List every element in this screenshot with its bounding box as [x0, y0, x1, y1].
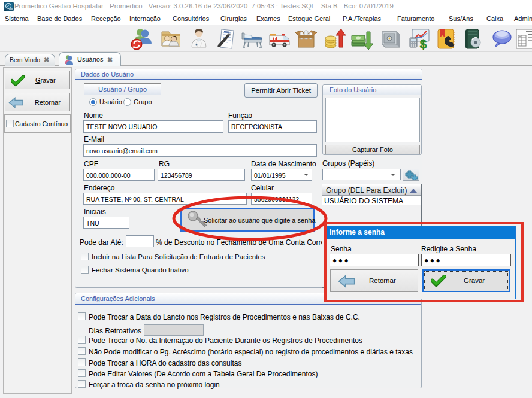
- svg-text:$: $: [420, 38, 427, 51]
